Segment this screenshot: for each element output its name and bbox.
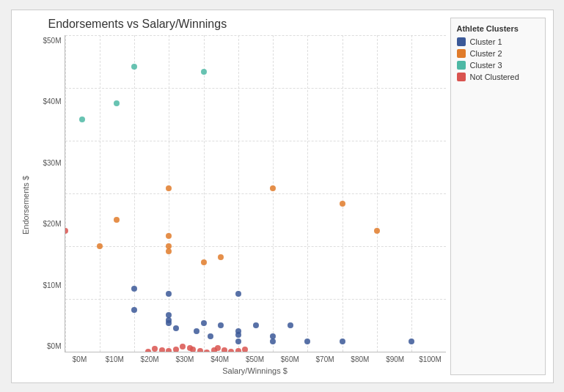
legend-color-swatch [457,61,466,70]
data-point [242,347,248,352]
x-tick: $10M [99,355,130,363]
chart-container: Endorsements vs Salary/Winnings Endorsem… [0,0,564,392]
x-tick: $0M [65,355,95,363]
grid-line-horizontal [65,141,446,141]
x-tick: $40M [205,355,235,363]
data-point [65,228,68,234]
data-point [159,347,165,352]
data-point [173,325,179,331]
legend-label: Cluster 1 [470,37,502,46]
grid-line-horizontal [65,88,446,89]
y-tick: $40M [43,97,61,106]
grid-line-horizontal [65,299,446,300]
data-point [187,345,193,351]
y-axis-ticks: $50M$40M$30M$20M$10M$0M [34,35,65,352]
data-point [173,347,179,352]
data-point [131,307,137,313]
data-point [340,201,345,207]
data-point [145,349,151,352]
data-point [288,322,293,328]
legend-color-swatch [457,49,466,58]
legend-label: Cluster 2 [470,49,502,58]
grid-line-vertical [411,35,412,352]
data-point [166,185,172,191]
grid-line-vertical [169,35,169,352]
grid-line-vertical [377,35,378,352]
data-point [180,344,186,350]
y-axis-label-container: Endorsements $ [19,35,34,375]
legend-label: Cluster 3 [470,61,502,70]
y-tick: $10M [43,281,61,289]
grid-line-vertical [343,35,343,352]
data-point [201,259,207,265]
chart-wrapper: Endorsements vs Salary/Winnings Endorsem… [11,10,554,383]
data-point [235,291,241,297]
data-point [215,345,221,351]
data-point [409,339,414,344]
x-tick: $60M [274,355,305,363]
legend-color-swatch [457,37,466,46]
grid-line-vertical [65,35,66,352]
data-point [270,339,276,344]
y-tick: $50M [43,37,61,45]
data-point [114,217,120,223]
data-point [201,69,207,75]
chart-title: Endorsements vs Salary/Winnings [19,18,446,31]
data-point [374,228,380,234]
data-point [204,350,210,352]
data-point [270,185,276,191]
data-point [201,320,207,326]
grid-line-horizontal [65,35,446,36]
legend: Athlete Clusters Cluster 1Cluster 2Clust… [450,18,546,375]
plot-and-yaxis: $50M$40M$30M$20M$10M$0M [34,35,446,352]
x-axis-ticks: $0M$10M$20M$30M$40M$50M$60M$70M$80M$90M$… [65,352,446,363]
y-tick: $0M [47,342,61,350]
chart-area: Endorsements vs Salary/Winnings Endorsem… [19,18,446,375]
x-tick: $80M [345,355,376,363]
grid-line-vertical [204,35,205,352]
plot-area-container: Endorsements $ $50M$40M$30M$20M$10M$0M $… [19,35,446,375]
grid-line-vertical [273,35,274,352]
data-point [218,322,224,328]
data-point [131,64,137,70]
y-tick: $20M [43,220,61,228]
data-point [152,346,158,352]
data-point [197,348,203,352]
y-axis-label: Endorsements $ [22,175,31,234]
legend-item: Cluster 2 [457,49,539,58]
data-point [235,332,241,338]
data-point [114,100,120,106]
data-point [166,233,172,239]
x-tick: $50M [239,355,270,363]
data-point [194,328,199,334]
x-tick: $100M [414,355,445,363]
grid-line-vertical [100,35,100,352]
plot-area [65,35,446,352]
legend-color-swatch [457,73,466,81]
grid-line-horizontal [65,193,446,194]
plot-with-axes: $50M$40M$30M$20M$10M$0M $0M$10M$20M$30M$… [34,35,446,375]
data-point [208,333,213,339]
data-point [228,349,234,352]
data-point [97,243,103,249]
legend-label: Not Clustered [470,73,519,81]
grid-line-horizontal [65,246,446,247]
data-point [79,117,85,122]
x-tick: $70M [310,355,340,363]
legend-item: Cluster 1 [457,37,539,46]
x-tick: $20M [134,355,165,363]
data-point [166,348,172,352]
grid-line-vertical [238,35,239,352]
data-point [340,339,345,344]
data-point [166,248,172,254]
legend-item: Cluster 3 [457,61,539,70]
data-point [166,291,172,297]
y-tick: $30M [43,159,61,167]
legend-item: Not Clustered [457,73,539,81]
data-point [235,339,241,344]
data-point [131,286,137,292]
data-point [166,320,172,326]
grid-line-vertical [307,35,308,352]
x-axis-label: Salary/Winnings $ [65,366,446,375]
grid-line-vertical [134,35,135,352]
